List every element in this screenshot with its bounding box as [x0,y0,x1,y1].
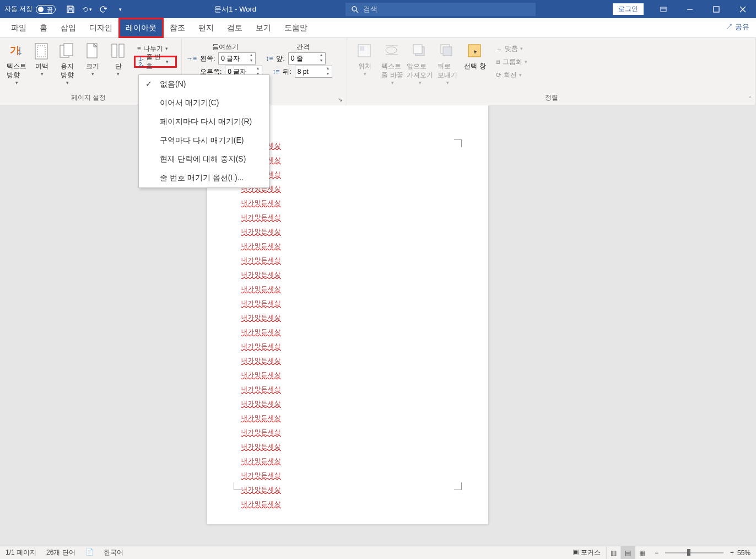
document-line[interactable]: 내가맛든세상 [241,370,454,379]
tab-design[interactable]: 디자인 [83,18,119,37]
tab-review[interactable]: 검토 [220,18,249,37]
document-line[interactable]: 내가맛든세상 [241,399,454,407]
view-buttons: ▥ ▤ ▦ [606,546,649,560]
document-line[interactable]: 내가맛든세상 [241,270,454,278]
selection-pane-button[interactable]: 선택 창 [462,40,488,71]
ribbon-display-icon[interactable] [650,0,677,18]
zoom-in-icon[interactable]: + [730,549,734,557]
login-button[interactable]: 로그인 [613,3,644,15]
columns-button[interactable]: 단▾ [106,40,131,77]
tab-layout[interactable]: 레이아웃 [119,18,163,37]
minimize-icon[interactable] [677,0,703,18]
share-button[interactable]: ↗ 공유 [726,22,749,32]
bring-forward-icon [411,42,429,60]
orientation-button[interactable]: 용지 방향▾ [55,40,79,87]
line-numbers-button[interactable]: 1-2-줄 번호 ▾ [134,56,177,68]
document-line[interactable]: 내가맛든세상 [241,155,454,164]
margin-corner [454,482,462,490]
paragraph-launcher-icon[interactable]: ↘ [338,96,342,103]
read-mode-icon[interactable]: ▥ [606,546,620,560]
zoom-out-icon[interactable]: − [655,549,658,557]
zoom-thumb[interactable] [687,549,690,556]
tab-view[interactable]: 보기 [249,18,278,37]
status-language[interactable]: 한국어 [104,548,123,557]
tab-mailings[interactable]: 편지 [192,18,220,37]
status-page[interactable]: 1/1 페이지 [6,548,36,557]
document-line[interactable]: 내가맛든세상 [241,327,454,336]
margins-button[interactable]: 여백▾ [30,40,54,77]
status-words[interactable]: 26개 단어 [46,548,75,557]
svg-rect-17 [360,46,364,51]
document-line[interactable]: 내가맛든세상 [241,170,454,178]
document-line[interactable]: 내가맛든세상 [241,184,454,192]
align-icon: ⫠ [496,45,503,52]
margin-corner [234,482,241,490]
svg-rect-12 [64,44,73,56]
spacing-before-spinner[interactable]: ▴▾ [288,52,326,64]
dropdown-item-continuous[interactable]: 이어서 매기기(C) [139,94,269,112]
document-line[interactable]: 내가맛든세상 [241,241,454,250]
dropdown-item-suppress[interactable]: 현재 단락에 대해 중지(S) [139,150,269,169]
qat-customize-icon[interactable]: ▾ [115,4,125,14]
indent-left-spinner[interactable]: ▴▾ [218,52,256,64]
dropdown-item-restart-page[interactable]: 페이지마다 다시 매기기(R) [139,112,269,131]
tab-references[interactable]: 참조 [163,18,192,37]
size-button[interactable]: 크기▾ [80,40,105,77]
document-line[interactable]: 내가맛든세상 [241,213,454,221]
document-line[interactable]: 내가맛든세상 [241,485,454,493]
indent-left-input[interactable] [219,53,247,64]
document-line[interactable]: 내가맛든세상 [241,227,454,235]
spacing-before-input[interactable] [289,53,317,64]
tab-file[interactable]: 파일 [4,18,33,37]
spacing-header: 간격 [264,42,343,52]
align-button: ⫠맞춤 ▾ [493,42,531,55]
autosave-toggle[interactable]: 끔 [36,5,56,14]
dropdown-item-restart-section[interactable]: 구역마다 다시 매기기(E) [139,131,269,150]
maximize-icon[interactable] [703,0,730,18]
document-line[interactable]: 내가맛든세상 [241,299,454,307]
dropdown-item-none[interactable]: ✓없음(N) [139,75,269,94]
text-direction-button[interactable]: 가 텍스트 방향▾ [4,40,29,87]
undo-icon[interactable]: ▾ [82,4,92,14]
position-button: 위치▾ [352,40,378,77]
close-icon[interactable] [730,0,756,18]
save-icon[interactable] [66,4,75,14]
breaks-icon: ≡ [137,45,141,52]
document-line[interactable]: 내가맛든세상 [241,428,454,436]
document-line[interactable]: 내가맛든세상 [241,456,454,465]
spacing-after-input[interactable] [295,66,324,77]
arrange-group-label: 정렬 [352,92,751,105]
check-icon: ✓ [145,79,152,88]
document-line[interactable]: 내가맛든세상 [241,284,454,293]
svg-rect-5 [714,7,719,12]
print-layout-icon[interactable]: ▤ [620,546,635,560]
document-line[interactable]: 내가맛든세상 [241,256,454,264]
zoom-level[interactable]: 55% [737,549,750,557]
document-line[interactable]: 내가맛든세상 [241,471,454,479]
dropdown-item-options[interactable]: 줄 번호 매기기 옵션(L)... [139,169,269,187]
status-proof-icon[interactable]: 📄 [85,548,94,557]
document-line[interactable]: 내가맛든세상 [241,442,454,450]
document-line[interactable]: 내가맛든세상 [241,313,454,321]
document-line[interactable]: 내가맛든세상 [241,413,454,422]
spacing-after-spinner[interactable]: ▴▾ [295,66,332,78]
orientation-icon [58,42,76,60]
redo-icon[interactable] [99,4,109,14]
tab-help[interactable]: 도움말 [278,18,314,37]
size-icon [84,42,101,60]
document-line[interactable]: 내가맛든세상 [241,141,454,149]
tab-home[interactable]: 홈 [33,18,54,37]
web-layout-icon[interactable]: ▦ [635,546,649,560]
title-bar: 자동 저장 끔 ▾ ▾ 문서1 - Word 검색 로그인 [0,0,756,18]
collapse-ribbon-icon[interactable]: ˄ [749,96,752,101]
zoom-slider[interactable] [665,552,723,553]
document-line[interactable]: 내가맛든세상 [241,342,454,350]
document-line[interactable]: 내가맛든세상 [241,198,454,207]
focus-mode-button[interactable]: ▣ 포커스 [573,548,601,557]
tab-insert[interactable]: 삽입 [54,18,83,37]
document-line[interactable]: 내가맛든세상 [241,499,454,508]
document-line[interactable]: 내가맛든세상 [241,356,454,364]
document-line[interactable]: 내가맛든세상 [241,385,454,393]
document-area[interactable]: 내가맛든세상내가맛든세상내가맛든세상내가맛든세상내가맛든세상내가맛든세상내가맛든… [0,105,756,546]
search-bar[interactable]: 검색 [345,3,536,16]
